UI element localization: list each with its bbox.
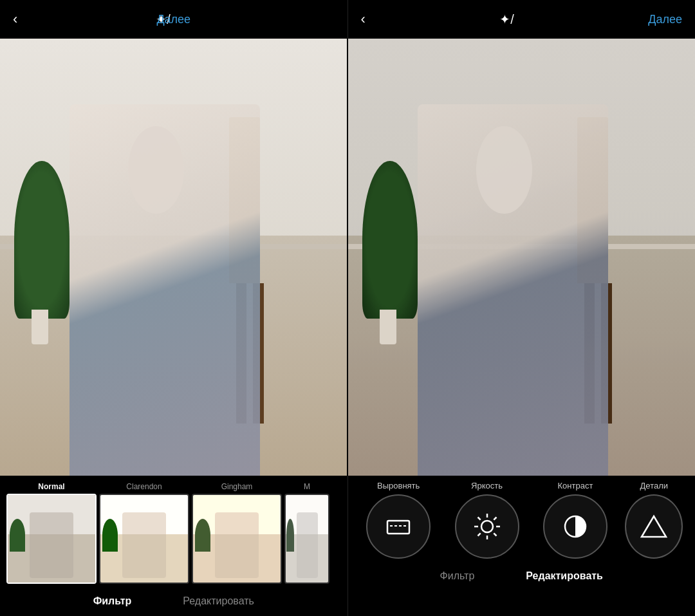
tool-detail-circle[interactable] — [625, 494, 683, 559]
tab-filter-left[interactable]: Фильтр — [93, 595, 132, 607]
svg-line-9 — [494, 518, 496, 520]
photo-right — [348, 39, 695, 476]
photos-area — [0, 39, 695, 476]
tab-bar-right: Фильтр Редактировать — [348, 559, 696, 591]
person-head-left — [128, 126, 183, 214]
filter-gingham-label: Gingham — [221, 482, 253, 491]
tool-align-label: Выровнять — [377, 481, 420, 490]
mini-scene-normal — [8, 495, 95, 583]
plant-leaves-left — [14, 161, 70, 318]
tool-detail[interactable]: Детали — [625, 481, 683, 559]
filter-gingham-thumb[interactable] — [192, 494, 282, 584]
svg-point-2 — [481, 521, 493, 532]
tab-filter-right[interactable]: Фильтр — [440, 570, 475, 582]
tool-detail-label: Детали — [640, 481, 669, 490]
tool-contrast[interactable]: Контраст — [537, 481, 614, 559]
filter-normal[interactable]: Normal — [6, 482, 97, 584]
top-bar-left: ‹ ✦/ Далее — [0, 0, 348, 39]
filter-normal-thumb[interactable] — [6, 494, 97, 584]
mini-scene-moon — [286, 495, 328, 583]
edit-tools-row: Выровнять Яркость — [348, 476, 696, 559]
svg-marker-12 — [642, 516, 666, 537]
next-button-left[interactable]: Далее — [156, 13, 190, 26]
tab-bar-left: Фильтр Редактировать — [0, 584, 348, 616]
detail-icon — [638, 510, 670, 543]
svg-rect-0 — [387, 521, 409, 534]
filter-gingham[interactable]: Gingham — [192, 482, 282, 584]
scene-right — [348, 39, 695, 476]
top-bars: ‹ ✦/ Далее ‹ ✦/ Далее — [0, 0, 695, 39]
tab-edit-right[interactable]: Редактировать — [526, 570, 603, 582]
bottom-panels: Normal Clarendon — [0, 476, 695, 616]
plant-pot-right — [380, 310, 397, 344]
contrast-icon — [559, 510, 591, 543]
tool-align[interactable]: Выровнять — [360, 481, 437, 559]
filter-moon-thumb[interactable] — [284, 494, 329, 584]
filter-normal-label: Normal — [38, 482, 64, 491]
brightness-icon — [471, 510, 503, 543]
plant-leaves-right — [362, 161, 418, 318]
tool-contrast-label: Контраст — [558, 481, 593, 490]
filter-clarendon-thumb[interactable] — [99, 494, 189, 584]
back-button-right[interactable]: ‹ — [361, 11, 366, 28]
magic-wand-right[interactable]: ✦/ — [499, 12, 514, 27]
back-button-left[interactable]: ‹ — [13, 11, 17, 28]
tab-edit-left[interactable]: Редактировать — [183, 595, 254, 607]
plant-pot-left — [32, 310, 49, 344]
top-bar-right: ‹ ✦/ Далее — [348, 0, 696, 39]
photo-left — [0, 39, 347, 476]
tool-brightness-circle[interactable] — [455, 494, 519, 559]
align-icon — [382, 510, 414, 543]
mini-scene-gingham — [193, 495, 281, 583]
edit-panel: Выровнять Яркость — [348, 476, 696, 616]
filter-clarendon[interactable]: Clarendon — [99, 482, 189, 584]
scene-left — [0, 39, 347, 476]
filter-moon-label: M — [304, 482, 310, 491]
mini-scene-clarendon — [100, 495, 188, 583]
next-button-right[interactable]: Далее — [648, 13, 682, 26]
svg-line-10 — [477, 533, 480, 536]
tool-brightness-label: Яркость — [471, 481, 503, 490]
filter-panel: Normal Clarendon — [0, 476, 348, 616]
svg-line-8 — [494, 533, 496, 536]
filter-row: Normal Clarendon — [0, 476, 348, 584]
tool-align-circle[interactable] — [366, 494, 431, 559]
tool-brightness[interactable]: Яркость — [449, 481, 526, 559]
svg-line-7 — [477, 518, 480, 520]
person-head-right — [476, 126, 532, 214]
filter-clarendon-label: Clarendon — [126, 482, 162, 491]
tool-contrast-circle[interactable] — [543, 494, 607, 559]
filter-moon[interactable]: M — [284, 482, 329, 584]
